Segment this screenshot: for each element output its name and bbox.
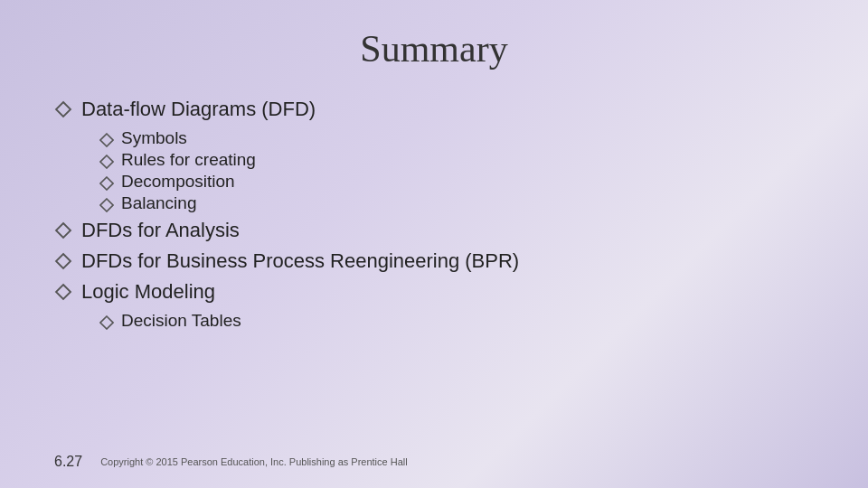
list-item-balancing: Balancing (99, 193, 814, 213)
list-item-dfd-label: Data-flow Diagrams (DFD) (81, 98, 316, 121)
slide-footer: 6.27 Copyright © 2015 Pearson Education,… (54, 449, 814, 470)
bullet-icon-rules (99, 154, 114, 168)
list-item-rules-label: Rules for creating (121, 150, 256, 170)
svg-marker-2 (100, 155, 113, 168)
svg-marker-4 (100, 199, 113, 211)
logic-sub-items: Decision Tables (54, 311, 814, 333)
copyright-text: Copyright © 2015 Pearson Education, Inc.… (100, 456, 408, 467)
bullet-icon-dfds-analysis (54, 221, 72, 239)
svg-marker-1 (100, 134, 113, 146)
list-item-decision-tables-label: Decision Tables (121, 311, 241, 331)
bullet-icon-dfds-bpr (54, 252, 72, 270)
bullet-icon-symbols (99, 132, 114, 146)
bullet-icon-balancing (99, 197, 114, 211)
list-item-decision-tables: Decision Tables (99, 311, 814, 331)
content-area: Data-flow Diagrams (DFD) Symbols Rules f… (54, 98, 814, 440)
svg-marker-5 (56, 223, 71, 238)
list-item-rules: Rules for creating (99, 150, 814, 170)
list-item-dfds-bpr-label: DFDs for Business Process Reengineering … (81, 249, 519, 273)
bullet-icon-decomposition (99, 175, 114, 190)
list-item-balancing-label: Balancing (121, 193, 196, 213)
slide: Summary Data-flow Diagrams (DFD) Symbols (0, 0, 868, 488)
bullet-icon-logic-modeling (54, 283, 72, 301)
list-item-logic-modeling-label: Logic Modeling (81, 280, 215, 304)
list-item-dfd: Data-flow Diagrams (DFD) (54, 98, 814, 121)
bullet-icon-decision-tables (99, 314, 114, 329)
list-item-dfds-analysis: DFDs for Analysis (54, 219, 814, 242)
list-item-dfds-analysis-label: DFDs for Analysis (81, 219, 240, 242)
bullet-icon-dfd (54, 100, 72, 118)
svg-marker-6 (56, 254, 71, 268)
svg-marker-8 (100, 316, 113, 329)
list-item-decomposition: Decomposition (99, 172, 814, 192)
slide-title: Summary (54, 27, 814, 70)
svg-marker-7 (56, 285, 71, 299)
list-item-dfds-bpr: DFDs for Business Process Reengineering … (54, 249, 814, 273)
svg-marker-0 (56, 102, 71, 117)
list-item-logic-modeling: Logic Modeling (54, 280, 814, 304)
list-item-symbols: Symbols (99, 128, 814, 148)
page-number: 6.27 (54, 454, 82, 470)
list-item-decomposition-label: Decomposition (121, 172, 235, 192)
svg-marker-3 (100, 177, 113, 190)
dfd-sub-items: Symbols Rules for creating Decomposition (54, 128, 814, 215)
list-item-symbols-label: Symbols (121, 128, 187, 148)
